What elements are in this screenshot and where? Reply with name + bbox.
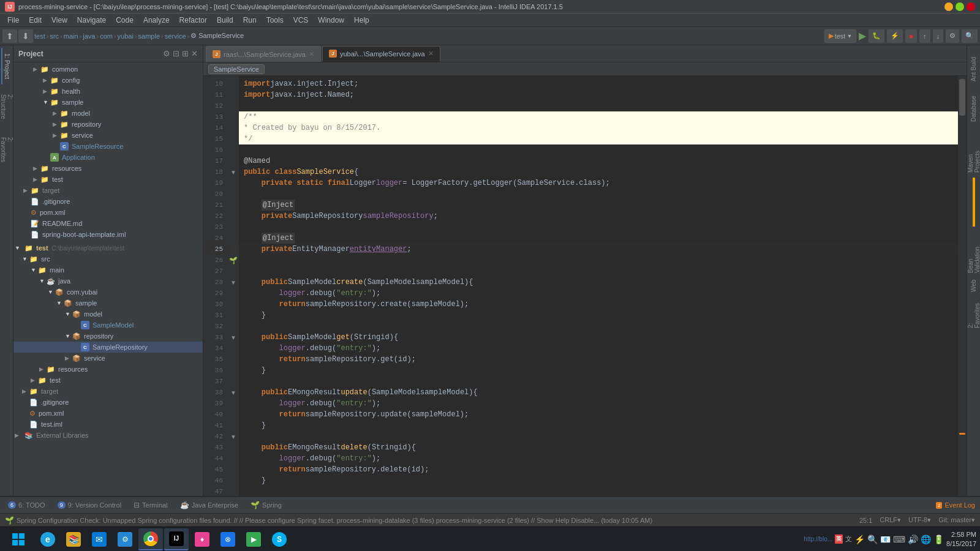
tree-item-config[interactable]: ▶ 📁 config: [13, 75, 203, 86]
tree-item-com-yubai[interactable]: ▼ 📦 com.yubai: [13, 287, 203, 298]
coverage-button[interactable]: ⚡: [887, 29, 903, 43]
bc-service[interactable]: service: [165, 32, 186, 40]
tree-item-model-pkg[interactable]: ▼ 📦 model: [13, 309, 203, 320]
maximize-button[interactable]: [956, 2, 964, 11]
right-tab-maven[interactable]: Maven Projects: [967, 127, 980, 176]
tree-item-repository[interactable]: ▶ 📁 repository: [13, 119, 203, 130]
project-close-icon[interactable]: ✕: [191, 49, 198, 58]
project-settings-icon[interactable]: ⚙: [163, 49, 170, 58]
bc-src[interactable]: src: [50, 32, 59, 40]
tree-item-resources[interactable]: ▶ 📁 resources: [13, 163, 203, 174]
run-play-button[interactable]: ▶: [859, 30, 866, 42]
bottom-tab-spring[interactable]: 🌱 Spring: [245, 497, 287, 513]
right-tab-database[interactable]: Database: [969, 91, 978, 127]
git-branch[interactable]: Git: master▾: [938, 516, 975, 524]
minimize-button[interactable]: [944, 2, 953, 11]
menu-analyze[interactable]: Analyze: [138, 15, 175, 26]
tree-item-repository-pkg[interactable]: ▼ 📦 repository: [13, 331, 203, 342]
tree-item-sample-test[interactable]: ▼ 📦 sample: [13, 298, 203, 309]
taskbar-git[interactable]: ⊗: [216, 528, 240, 550]
menu-refactor[interactable]: Refactor: [175, 15, 212, 26]
tray-icon-5[interactable]: 🔊: [908, 534, 918, 544]
right-tab-web[interactable]: Web: [969, 277, 978, 295]
bottom-tab-vc[interactable]: 9 9: Version Control: [52, 497, 127, 513]
tray-icon-pwr[interactable]: 🔋: [933, 534, 944, 544]
tree-item-service-pkg[interactable]: ▶ 📦 service: [13, 353, 203, 364]
run-config-selector[interactable]: ▶ test ▼: [824, 29, 857, 43]
bc-yubai[interactable]: yubai: [118, 32, 134, 40]
tray-icon-3[interactable]: 📧: [880, 534, 891, 544]
bc-main[interactable]: main: [64, 32, 78, 40]
taskbar-skype[interactable]: S: [267, 528, 292, 550]
project-collapse-icon[interactable]: ⊟: [173, 49, 179, 58]
fold-arrow-33[interactable]: ▼: [230, 334, 236, 341]
fold-arrow-38[interactable]: ▼: [230, 389, 236, 396]
project-expand-icon[interactable]: ⊞: [182, 49, 189, 58]
vcs-commit-button[interactable]: ↓: [933, 29, 944, 43]
bc-test[interactable]: test: [34, 32, 45, 40]
tab-close-yubai[interactable]: ✕: [428, 50, 434, 58]
search-button[interactable]: 🔍: [962, 29, 978, 43]
start-button[interactable]: [1, 528, 36, 550]
menu-edit[interactable]: Edit: [24, 15, 47, 26]
tray-icon-net[interactable]: 🌐: [921, 534, 931, 544]
left-tab-project[interactable]: 1: Project: [1, 48, 12, 84]
vcs-update-button[interactable]: ↑: [919, 29, 930, 43]
tab-close-raas[interactable]: ✕: [309, 50, 314, 58]
menu-navigate[interactable]: Navigate: [72, 15, 111, 26]
tree-item-samplemodel[interactable]: C SampleModel: [13, 320, 203, 331]
file-encoding[interactable]: UTF-8▾: [908, 516, 931, 524]
taskbar-library[interactable]: 📚: [61, 528, 86, 550]
editor-tab-yubai[interactable]: J yubai\...\SampleService.java ✕: [322, 46, 440, 62]
tree-item-test-dir2[interactable]: ▶ 📁 test: [13, 375, 203, 386]
code-editor[interactable]: 10 11 12 13 14 15 16 17 18 19 20 21 22 2…: [203, 76, 967, 496]
tree-item-java[interactable]: ▼ ☕ java: [13, 276, 203, 287]
taskbar-blue-app[interactable]: ⚙: [113, 528, 137, 550]
menu-help[interactable]: Help: [349, 15, 374, 26]
menu-tools[interactable]: Tools: [262, 15, 288, 26]
tree-item-sample[interactable]: ▼ 📁 sample: [13, 97, 203, 108]
stop-button[interactable]: ■: [905, 29, 917, 43]
menu-run[interactable]: Run: [238, 15, 262, 26]
tree-item-pom[interactable]: ⚙ pom.xml: [13, 207, 203, 218]
tree-item-main[interactable]: ▼ 📁 main: [13, 264, 203, 276]
settings-button[interactable]: ⚙: [946, 29, 959, 43]
right-tab-ant-build[interactable]: Ant Build: [969, 48, 978, 91]
tree-item-samplerepository[interactable]: C SampleRepository: [13, 342, 203, 353]
menu-vcs[interactable]: VCS: [288, 15, 314, 26]
tree-item-pom2[interactable]: ⚙ pom.xml: [13, 408, 203, 419]
bc-com[interactable]: com: [100, 32, 113, 40]
bc-java[interactable]: java: [83, 32, 95, 40]
tree-item-ext-libs[interactable]: ▶ 📚 External Libraries: [13, 430, 203, 441]
bc-sampleservice[interactable]: ⚙ SampleService: [190, 32, 244, 40]
taskbar-tool1[interactable]: ♦: [190, 528, 214, 550]
tree-item-readme[interactable]: 📝 README.md: [13, 218, 203, 229]
tree-item-service-main[interactable]: ▶ 📁 service: [13, 130, 203, 141]
menu-window[interactable]: Window: [313, 15, 349, 26]
fold-arrow-43[interactable]: ▼: [230, 433, 236, 440]
taskbar-ie[interactable]: e: [36, 528, 60, 550]
tree-item-iml[interactable]: 📄 spring-boot-api-template.iml: [13, 229, 203, 240]
menu-view[interactable]: View: [47, 15, 72, 26]
line-separator[interactable]: CRLF▾: [880, 516, 901, 524]
tree-item-gitignore[interactable]: 📄 .gitignore: [13, 196, 203, 207]
close-button[interactable]: [967, 2, 975, 11]
tree-item-sampleresource[interactable]: C SampleResource: [13, 141, 203, 152]
taskbar-chrome[interactable]: [138, 528, 163, 550]
fold-arrow-18[interactable]: ▼: [230, 169, 236, 176]
left-tab-favorites[interactable]: 2: Favorites: [1, 133, 12, 170]
tree-item-model[interactable]: ▶ 📁 model: [13, 108, 203, 119]
right-tab-bean-validation[interactable]: Bean Validation: [967, 228, 980, 277]
tree-item-gitignore2[interactable]: 📄 .gitignore: [13, 397, 203, 408]
tree-item-test-dir[interactable]: ▶ 📁 test: [13, 174, 203, 185]
tree-item-health[interactable]: ▶ 📁 health: [13, 86, 203, 97]
tree-item-resources-test[interactable]: ▶ 📁 resources: [13, 364, 203, 375]
bottom-tab-todo[interactable]: 6 6: TODO: [2, 497, 51, 513]
right-tab-favorites[interactable]: 2: Favorites: [967, 295, 980, 332]
taskbar-outlook[interactable]: ✉: [87, 528, 111, 550]
system-clock[interactable]: 2:58 PM 8/15/2017: [946, 530, 976, 548]
nav-fwd-button[interactable]: ⬇: [18, 29, 33, 43]
left-tab-structure[interactable]: 2: Structure: [1, 91, 12, 127]
tree-item-target[interactable]: ▶ 📁 target: [13, 185, 203, 196]
tray-icon-1[interactable]: ⚡: [854, 534, 865, 544]
